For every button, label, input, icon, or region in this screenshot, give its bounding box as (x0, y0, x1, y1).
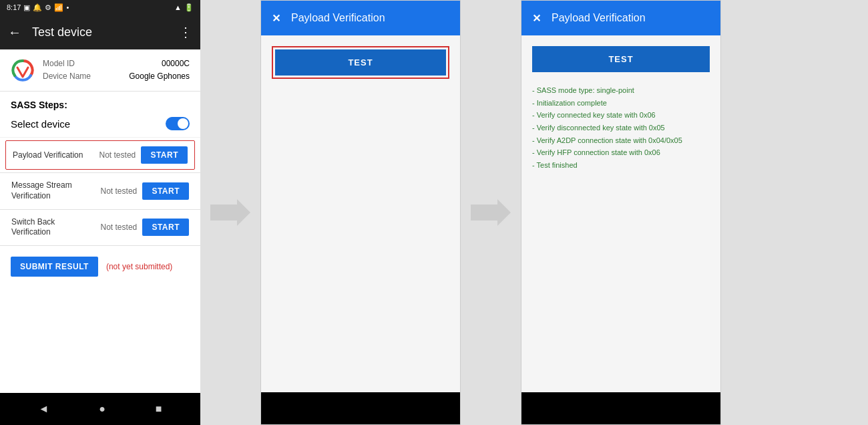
device-toggle[interactable] (166, 117, 190, 130)
step-message-name: Message Stream Verification (11, 180, 95, 201)
dialog-1-title: Payload Verification (291, 12, 385, 24)
result-line: - Test finished (532, 159, 710, 172)
svg-marker-2 (471, 199, 511, 226)
model-value: 00000C (162, 57, 190, 70)
dialog-1-header: ✕ Payload Verification (261, 1, 460, 35)
dialog-1-close-button[interactable]: ✕ (272, 12, 280, 25)
model-label: Model ID (43, 57, 75, 70)
phone-screen: 8:17 ▣ 🔔 ⚙ 📶 • ▲ 🔋 ← Test device ⋮ (0, 0, 200, 425)
time-display: 8:17 (7, 3, 21, 11)
dialog-2-title: Payload Verification (552, 12, 646, 24)
step-payload-name: Payload Verification (13, 150, 93, 161)
result-lines: - SASS mode type: single-point- Initiali… (532, 84, 710, 172)
dialog-2-close-button[interactable]: ✕ (532, 12, 541, 25)
result-line: - SASS mode type: single-point (532, 84, 710, 97)
result-line: - Verify connected key state with 0x06 (532, 109, 710, 122)
test-btn-container-1: TEST (272, 46, 449, 79)
sass-steps-label: SASS Steps: (11, 100, 67, 110)
test-button-1[interactable]: TEST (275, 49, 446, 76)
back-nav-button[interactable]: ◄ (38, 403, 49, 415)
test-button-2[interactable]: TEST (532, 46, 710, 72)
result-line: - Verify disconnected key state with 0x0… (532, 122, 710, 134)
result-line: - Verify HFP connection state with 0x06 (532, 146, 710, 159)
app-title: Test device (32, 25, 179, 39)
arrow-2-container (461, 0, 521, 425)
dialog-2-header: ✕ Payload Verification (521, 1, 720, 35)
step-payload-status: Not tested (99, 150, 136, 160)
status-left: 8:17 ▣ 🔔 ⚙ 📶 • (7, 3, 69, 12)
step-switch-status: Not tested (100, 223, 137, 232)
signal-icon: 📶 (54, 3, 63, 12)
menu-button[interactable]: ⋮ (179, 24, 192, 40)
dialog-screen-1: ✕ Payload Verification TEST (260, 0, 461, 425)
step-payload-start-button[interactable]: START (141, 146, 188, 164)
device-name-label: Device Name (43, 70, 91, 83)
device-info: Model ID 00000C Device Name Google Gphon… (0, 49, 200, 92)
device-logo (11, 58, 35, 82)
step-switch-name: Switch Back Verification (11, 217, 95, 238)
select-device-label: Select device (11, 118, 70, 130)
submit-note: (not yet submitted) (106, 262, 172, 271)
dialog-screen-2: ✕ Payload Verification TEST - SASS mode … (521, 0, 721, 425)
svg-marker-1 (210, 199, 250, 226)
result-line: - Verify A2DP connection state with 0x04… (532, 134, 710, 147)
step-message-start-button[interactable]: START (142, 182, 189, 200)
device-name-row: Device Name Google Gphones (43, 70, 190, 83)
phone-content: Model ID 00000C Device Name Google Gphon… (0, 49, 200, 393)
submit-row: SUBMIT RESULT (not yet submitted) (0, 246, 200, 287)
arrow-1-icon (210, 199, 250, 226)
dialog-1-body: TEST (261, 35, 460, 392)
device-details: Model ID 00000C Device Name Google Gphon… (43, 57, 190, 83)
settings-icon: ⚙ (45, 3, 51, 12)
sass-steps-header: SASS Steps: (0, 92, 200, 114)
dot-icon: • (66, 3, 69, 11)
model-row: Model ID 00000C (43, 57, 190, 70)
arrow-1-container (200, 0, 260, 425)
dialog-1-footer (261, 392, 460, 424)
dialog-2-body: TEST - SASS mode type: single-point- Ini… (521, 35, 720, 392)
device-name-value: Google Gphones (129, 70, 190, 83)
status-right: ▲ 🔋 (174, 3, 194, 12)
app-bar: ← Test device ⋮ (0, 15, 200, 49)
wifi-icon: ▲ (174, 3, 182, 11)
sim-icon: ▣ (23, 3, 30, 12)
step-message-stream: Message Stream Verification Not tested S… (0, 173, 200, 208)
arrow-2-icon (471, 199, 511, 226)
select-device-row: Select device (0, 114, 200, 138)
status-bar: 8:17 ▣ 🔔 ⚙ 📶 • ▲ 🔋 (0, 0, 200, 15)
step-payload-verification: Payload Verification Not tested START (5, 140, 195, 170)
step-switch-start-button[interactable]: START (142, 219, 189, 236)
submit-result-button[interactable]: SUBMIT RESULT (11, 257, 98, 277)
battery-icon: 🔋 (184, 3, 194, 12)
notification-icon: 🔔 (33, 3, 42, 12)
step-message-status: Not tested (100, 186, 137, 196)
dialog-2-footer (521, 392, 720, 424)
step-switch-back: Switch Back Verification Not tested STAR… (0, 210, 200, 245)
home-nav-button[interactable]: ● (99, 403, 105, 415)
back-button[interactable]: ← (8, 25, 21, 40)
nav-bar: ◄ ● ■ (0, 393, 200, 425)
result-line: - Initialization complete (532, 97, 710, 110)
recent-nav-button[interactable]: ■ (156, 403, 162, 415)
